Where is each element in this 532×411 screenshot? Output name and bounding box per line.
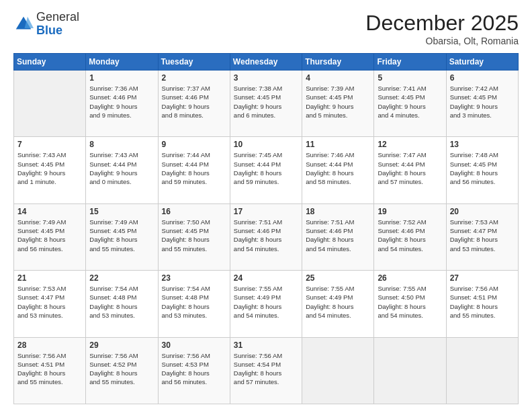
- day-info: Sunrise: 7:49 AMSunset: 4:45 PMDaylight:…: [89, 218, 154, 253]
- calendar-week-4: 21Sunrise: 7:53 AMSunset: 4:47 PMDayligh…: [14, 271, 519, 337]
- calendar-cell: 13Sunrise: 7:48 AMSunset: 4:45 PMDayligh…: [446, 137, 518, 203]
- day-number: 30: [162, 340, 226, 350]
- day-info: Sunrise: 7:53 AMSunset: 4:47 PMDaylight:…: [17, 284, 82, 320]
- day-info: Sunrise: 7:38 AMSunset: 4:45 PMDaylight:…: [234, 84, 298, 120]
- day-info: Sunrise: 7:47 AMSunset: 4:44 PMDaylight:…: [378, 150, 442, 186]
- day-number: 23: [162, 273, 226, 283]
- day-number: 11: [306, 140, 370, 149]
- title-block: December 2025 Obarsia, Olt, Romania: [365, 11, 519, 46]
- header-wednesday: Wednesday: [230, 54, 302, 71]
- day-number: 27: [450, 273, 515, 283]
- logo-text: General Blue: [36, 11, 79, 38]
- day-number: 13: [450, 140, 515, 149]
- logo-icon: [13, 14, 34, 34]
- calendar-cell: 7Sunrise: 7:43 AMSunset: 4:45 PMDaylight…: [14, 137, 86, 203]
- calendar-cell: 23Sunrise: 7:54 AMSunset: 4:48 PMDayligh…: [158, 271, 230, 337]
- day-info: Sunrise: 7:55 AMSunset: 4:49 PMDaylight:…: [234, 284, 298, 320]
- day-info: Sunrise: 7:44 AMSunset: 4:44 PMDaylight:…: [162, 150, 226, 186]
- day-number: 24: [234, 273, 298, 283]
- calendar-cell: 20Sunrise: 7:53 AMSunset: 4:47 PMDayligh…: [446, 203, 518, 270]
- header-friday: Friday: [374, 54, 446, 71]
- calendar-cell: 25Sunrise: 7:55 AMSunset: 4:49 PMDayligh…: [302, 271, 374, 337]
- day-info: Sunrise: 7:50 AMSunset: 4:45 PMDaylight:…: [162, 218, 226, 253]
- calendar-cell: 16Sunrise: 7:50 AMSunset: 4:45 PMDayligh…: [158, 203, 230, 270]
- month-year: December 2025: [365, 11, 519, 36]
- calendar-cell: 1Sunrise: 7:36 AMSunset: 4:46 PMDaylight…: [86, 71, 158, 137]
- day-number: 1: [89, 73, 154, 83]
- calendar-cell: 4Sunrise: 7:39 AMSunset: 4:45 PMDaylight…: [302, 71, 374, 137]
- calendar-cell: 2Sunrise: 7:37 AMSunset: 4:46 PMDaylight…: [158, 71, 230, 137]
- day-info: Sunrise: 7:43 AMSunset: 4:44 PMDaylight:…: [89, 150, 154, 186]
- day-info: Sunrise: 7:39 AMSunset: 4:45 PMDaylight:…: [306, 84, 370, 120]
- day-number: 19: [378, 207, 442, 216]
- calendar-cell: 19Sunrise: 7:52 AMSunset: 4:46 PMDayligh…: [374, 203, 446, 270]
- day-number: 26: [378, 273, 442, 283]
- day-info: Sunrise: 7:56 AMSunset: 4:53 PMDaylight:…: [162, 351, 226, 387]
- day-number: 12: [378, 140, 442, 149]
- header: General Blue December 2025 Obarsia, Olt,…: [13, 11, 519, 46]
- calendar-cell: 8Sunrise: 7:43 AMSunset: 4:44 PMDaylight…: [86, 137, 158, 203]
- day-info: Sunrise: 7:51 AMSunset: 4:46 PMDaylight:…: [306, 218, 370, 253]
- day-number: 8: [89, 140, 154, 149]
- calendar-cell: 31Sunrise: 7:56 AMSunset: 4:54 PMDayligh…: [230, 337, 302, 404]
- calendar-cell: 29Sunrise: 7:56 AMSunset: 4:52 PMDayligh…: [86, 337, 158, 404]
- calendar-cell: 11Sunrise: 7:46 AMSunset: 4:44 PMDayligh…: [302, 137, 374, 203]
- calendar-cell: 24Sunrise: 7:55 AMSunset: 4:49 PMDayligh…: [230, 271, 302, 337]
- calendar-cell: [446, 337, 518, 404]
- calendar-cell: 28Sunrise: 7:56 AMSunset: 4:51 PMDayligh…: [14, 337, 86, 404]
- calendar-cell: 9Sunrise: 7:44 AMSunset: 4:44 PMDaylight…: [158, 137, 230, 203]
- calendar-week-3: 14Sunrise: 7:49 AMSunset: 4:45 PMDayligh…: [14, 203, 519, 270]
- day-info: Sunrise: 7:43 AMSunset: 4:45 PMDaylight:…: [17, 150, 82, 186]
- day-number: 9: [162, 140, 226, 149]
- day-info: Sunrise: 7:56 AMSunset: 4:54 PMDaylight:…: [234, 351, 298, 387]
- header-sunday: Sunday: [14, 54, 86, 71]
- day-number: 18: [306, 207, 370, 216]
- day-number: 29: [89, 340, 154, 350]
- day-number: 7: [17, 140, 82, 149]
- day-info: Sunrise: 7:56 AMSunset: 4:51 PMDaylight:…: [17, 351, 82, 387]
- day-number: 21: [17, 273, 82, 283]
- calendar-cell: 12Sunrise: 7:47 AMSunset: 4:44 PMDayligh…: [374, 137, 446, 203]
- day-number: 6: [450, 73, 515, 83]
- calendar-cell: 22Sunrise: 7:54 AMSunset: 4:48 PMDayligh…: [86, 271, 158, 337]
- day-number: 2: [162, 73, 226, 83]
- day-number: 14: [17, 207, 82, 216]
- day-info: Sunrise: 7:42 AMSunset: 4:45 PMDaylight:…: [450, 84, 515, 120]
- calendar-cell: 14Sunrise: 7:49 AMSunset: 4:45 PMDayligh…: [14, 203, 86, 270]
- day-info: Sunrise: 7:54 AMSunset: 4:48 PMDaylight:…: [89, 284, 154, 320]
- calendar-cell: 18Sunrise: 7:51 AMSunset: 4:46 PMDayligh…: [302, 203, 374, 270]
- day-info: Sunrise: 7:55 AMSunset: 4:50 PMDaylight:…: [378, 284, 442, 320]
- day-info: Sunrise: 7:54 AMSunset: 4:48 PMDaylight:…: [162, 284, 226, 320]
- day-info: Sunrise: 7:45 AMSunset: 4:44 PMDaylight:…: [234, 150, 298, 186]
- day-info: Sunrise: 7:46 AMSunset: 4:44 PMDaylight:…: [306, 150, 370, 186]
- calendar-cell: [14, 71, 86, 137]
- calendar-cell: 21Sunrise: 7:53 AMSunset: 4:47 PMDayligh…: [14, 271, 86, 337]
- day-number: 25: [306, 273, 370, 283]
- calendar-cell: 26Sunrise: 7:55 AMSunset: 4:50 PMDayligh…: [374, 271, 446, 337]
- day-info: Sunrise: 7:55 AMSunset: 4:49 PMDaylight:…: [306, 284, 370, 320]
- calendar-cell: 6Sunrise: 7:42 AMSunset: 4:45 PMDaylight…: [446, 71, 518, 137]
- header-saturday: Saturday: [446, 54, 518, 71]
- page: General Blue December 2025 Obarsia, Olt,…: [0, 0, 532, 411]
- logo-general-text: General: [36, 10, 79, 24]
- calendar-cell: 17Sunrise: 7:51 AMSunset: 4:46 PMDayligh…: [230, 203, 302, 270]
- day-info: Sunrise: 7:52 AMSunset: 4:46 PMDaylight:…: [378, 218, 442, 253]
- location: Obarsia, Olt, Romania: [365, 36, 519, 46]
- day-info: Sunrise: 7:56 AMSunset: 4:51 PMDaylight:…: [450, 284, 515, 320]
- calendar-cell: [302, 337, 374, 404]
- day-info: Sunrise: 7:49 AMSunset: 4:45 PMDaylight:…: [17, 218, 82, 253]
- calendar-cell: 3Sunrise: 7:38 AMSunset: 4:45 PMDaylight…: [230, 71, 302, 137]
- calendar-cell: 15Sunrise: 7:49 AMSunset: 4:45 PMDayligh…: [86, 203, 158, 270]
- day-info: Sunrise: 7:41 AMSunset: 4:45 PMDaylight:…: [378, 84, 442, 120]
- calendar-week-1: 1Sunrise: 7:36 AMSunset: 4:46 PMDaylight…: [14, 71, 519, 137]
- day-number: 31: [234, 340, 298, 350]
- day-number: 10: [234, 140, 298, 149]
- day-number: 5: [378, 73, 442, 83]
- calendar-week-2: 7Sunrise: 7:43 AMSunset: 4:45 PMDaylight…: [14, 137, 519, 203]
- weekday-header-row: Sunday Monday Tuesday Wednesday Thursday…: [14, 54, 519, 71]
- calendar-week-5: 28Sunrise: 7:56 AMSunset: 4:51 PMDayligh…: [14, 337, 519, 404]
- day-info: Sunrise: 7:56 AMSunset: 4:52 PMDaylight:…: [89, 351, 154, 387]
- day-number: 17: [234, 207, 298, 216]
- day-number: 22: [89, 273, 154, 283]
- day-number: 16: [162, 207, 226, 216]
